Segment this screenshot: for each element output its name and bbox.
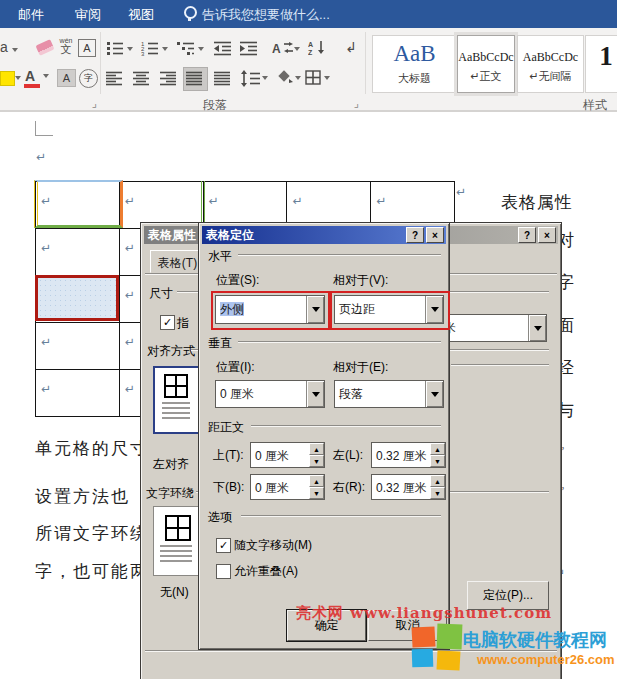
sort-icon[interactable]: A Z (308, 40, 326, 56)
align-justify-icon[interactable] (186, 71, 203, 86)
specify-width-checkbox[interactable]: ✓ (160, 315, 175, 330)
paragraph-mark: ↵ (456, 185, 466, 199)
decrease-indent-icon[interactable] (214, 41, 232, 56)
distance-groupbox-line (251, 425, 441, 426)
style-big-title[interactable]: AaB 大标题 (372, 35, 457, 93)
alignment-section-label: 对齐方式 (147, 343, 195, 360)
allow-overlap-label: 允许重叠(A) (234, 563, 298, 580)
cell-red-border-shaded[interactable] (35, 275, 119, 321)
tell-me-lightbulb-icon (184, 6, 197, 19)
cell-colored-borders (34, 180, 123, 228)
align-left-icon[interactable] (106, 71, 123, 86)
close-button[interactable]: × (426, 227, 444, 243)
spin-down-icon[interactable]: ▼ (430, 487, 445, 499)
line-spacing-icon[interactable] (241, 70, 261, 87)
asian-layout-icon[interactable]: A (272, 40, 293, 56)
cell-mark: ↵ (41, 335, 51, 349)
table-cell[interactable]: ↵ (36, 370, 120, 417)
tell-me-box[interactable]: 告诉我您想要做什么... (202, 6, 330, 24)
logo-square-orange (411, 626, 435, 647)
wrap-none-thumbnail[interactable] (153, 506, 201, 576)
eraser-icon[interactable] (35, 39, 54, 56)
v-position-label: 位置(I): (216, 359, 255, 376)
svg-text:A: A (272, 42, 281, 56)
align-left-thumbnail[interactable] (153, 366, 203, 434)
bullet-list-icon[interactable] (106, 41, 124, 56)
multilevel-list-icon[interactable] (177, 41, 195, 56)
right-divider-line (451, 364, 549, 365)
ribbon-tab[interactable]: 视图 (128, 6, 154, 24)
document-heading: 表格属性 (501, 191, 573, 214)
help-button[interactable]: ? (518, 227, 536, 243)
cell-mark: ↵ (125, 194, 135, 208)
spin-up-icon[interactable]: ▲ (430, 443, 445, 455)
character-shading-icon[interactable]: A (57, 69, 76, 87)
paragraph-dialog-launcher-icon[interactable]: ⌟ (354, 97, 359, 110)
ribbon-body: a wén 文 A A A 字 1 2 3 (0, 28, 617, 112)
svg-text:A: A (308, 41, 313, 48)
specify-width-label: 指 (177, 315, 189, 332)
cell-mark: ↵ (376, 194, 386, 208)
v-relative-combobox[interactable]: 段落 (334, 380, 444, 408)
highlight-color-icon[interactable] (0, 71, 15, 86)
h-position-label: 位置(S): (216, 272, 259, 289)
align-right-icon[interactable] (160, 71, 177, 86)
spin-down-icon[interactable]: ▼ (309, 487, 324, 499)
distance-bottom-label: 下(B): (213, 479, 244, 496)
distance-left-spinner[interactable]: 0.32 厘米 ▲▼ (371, 442, 446, 468)
table-cell[interactable]: ↵ (36, 323, 120, 370)
font-dialog-launcher-icon[interactable]: ⌟ (92, 97, 97, 110)
enclose-character-icon[interactable]: 字 (79, 69, 98, 88)
svg-text:3: 3 (141, 51, 145, 56)
numbered-list-icon[interactable]: 1 2 3 (141, 41, 159, 56)
move-with-text-checkbox[interactable]: ✓ (216, 538, 231, 553)
combo-arrow-icon[interactable] (528, 315, 546, 341)
v-relative-label: 相对于(E): (333, 359, 388, 376)
increase-indent-icon[interactable] (240, 41, 258, 56)
help-button[interactable]: ? (406, 227, 424, 243)
style-heading1[interactable]: 1 (585, 35, 617, 93)
margin-corner-mark (35, 121, 53, 136)
svg-text:Z: Z (308, 49, 313, 56)
distance-top-spinner[interactable]: 0 厘米 ▲▼ (250, 442, 325, 468)
cell-mark: ↵ (292, 194, 302, 208)
spin-down-icon[interactable]: ▼ (309, 455, 324, 467)
show-hide-marks-icon[interactable]: ↲ (345, 39, 357, 55)
chevron-down-icon (15, 76, 21, 83)
style-normal[interactable]: AaBbCcDc ↵正文 (457, 35, 515, 93)
spin-down-icon[interactable]: ▼ (430, 455, 445, 467)
table-positioning-titlebar[interactable]: 表格定位 ? × (202, 226, 446, 244)
tab-table[interactable]: 表格(T) (150, 250, 205, 273)
font-color-bar (24, 84, 40, 88)
cell-mark: ↵ (209, 194, 219, 208)
distribute-text-icon[interactable] (214, 71, 231, 86)
pinyin-guide-icon[interactable]: wén 文 (57, 37, 75, 55)
distance-left-label: 左(L): (333, 447, 363, 464)
font-size-partial[interactable]: a (0, 39, 8, 55)
distance-bottom-spinner[interactable]: 0 厘米 ▲▼ (250, 474, 325, 500)
align-center-icon[interactable] (133, 71, 150, 86)
allow-overlap-checkbox[interactable] (216, 564, 231, 579)
borders-icon[interactable] (305, 70, 322, 85)
v-position-combobox[interactable]: 0 厘米 (215, 380, 325, 408)
shading-bucket-icon[interactable] (276, 70, 294, 85)
spin-up-icon[interactable]: ▲ (430, 475, 445, 487)
spin-up-icon[interactable]: ▲ (309, 475, 324, 487)
distance-section-label: 距正文 (208, 419, 244, 436)
combo-arrow-icon[interactable] (306, 381, 324, 407)
ribbon-tab[interactable]: 审阅 (75, 6, 101, 24)
character-border-icon[interactable]: A (78, 39, 96, 57)
cell-mark: ↵ (125, 382, 135, 396)
cell-mark: ↵ (125, 241, 135, 255)
font-color-icon[interactable]: A (25, 68, 35, 84)
size-section-label: 尺寸 (149, 285, 173, 302)
distance-right-spinner[interactable]: 0.32 厘米 ▲▼ (371, 474, 446, 500)
logo-square-green (437, 624, 463, 650)
combo-arrow-icon[interactable] (425, 381, 443, 407)
style-no-spacing[interactable]: AaBbCcDc ↵无间隔 (517, 35, 584, 93)
chevron-down-icon (127, 47, 133, 54)
spin-up-icon[interactable]: ▲ (309, 443, 324, 455)
close-button[interactable]: × (538, 227, 556, 243)
table-cell[interactable]: ↵ (36, 229, 120, 276)
ribbon-tab[interactable]: 邮件 (18, 6, 44, 24)
